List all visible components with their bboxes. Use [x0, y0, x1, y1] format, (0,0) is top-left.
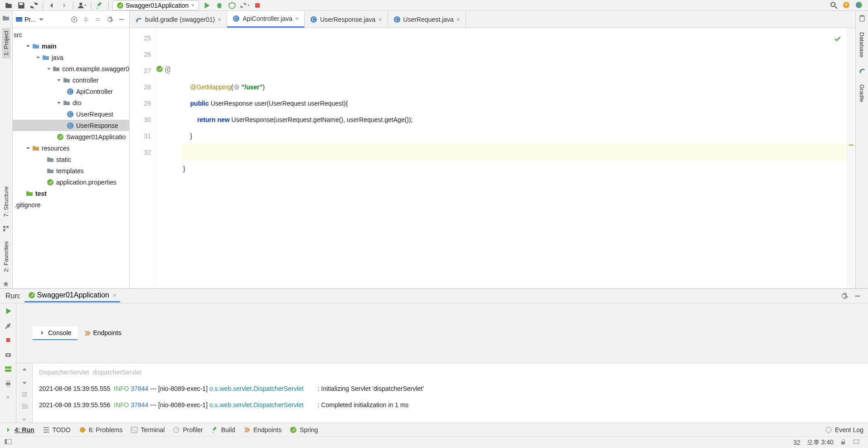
- tree-userresponse[interactable]: CUserResponse: [13, 120, 129, 131]
- build-icon[interactable]: [95, 0, 105, 10]
- more-console-icon[interactable]: »: [23, 415, 26, 423]
- editor-error-strip[interactable]: [847, 28, 855, 288]
- event-log-button[interactable]: Event Log: [825, 426, 863, 433]
- favorites-tool-tab[interactable]: 2: Favorites: [2, 239, 10, 275]
- structure-tool-icon: [2, 225, 10, 233]
- close-icon[interactable]: ×: [456, 16, 460, 23]
- panel-gear-icon[interactable]: [105, 15, 115, 24]
- camera-icon[interactable]: [3, 350, 13, 360]
- save-icon[interactable]: [16, 0, 26, 10]
- build-tab-button[interactable]: Build: [211, 426, 235, 433]
- run-config-tab[interactable]: Swagger01Application ×: [24, 289, 120, 302]
- scroll-end-icon[interactable]: [19, 403, 29, 411]
- lock-icon[interactable]: [840, 438, 846, 446]
- structure-tool-tab[interactable]: 7: Structure: [2, 184, 10, 219]
- tree-gitignore[interactable]: .gitignore: [13, 199, 129, 210]
- stop-icon[interactable]: [252, 0, 262, 10]
- tree-main[interactable]: main: [13, 40, 129, 52]
- scroll-up-icon[interactable]: [19, 366, 29, 374]
- soft-wrap-icon[interactable]: [19, 391, 29, 399]
- svg-text:C: C: [68, 123, 72, 128]
- tree-java[interactable]: java: [13, 52, 129, 63]
- tab-apicontroller[interactable]: CApiController.java×: [227, 11, 305, 28]
- rerun-icon[interactable]: [3, 306, 13, 316]
- panel-hide-icon[interactable]: [116, 15, 126, 24]
- ide-icon[interactable]: [854, 0, 864, 10]
- tool-windows-icon[interactable]: [5, 438, 12, 447]
- tree-static[interactable]: static: [13, 154, 129, 165]
- tree-controller[interactable]: controller: [13, 74, 129, 86]
- run-icon[interactable]: [202, 0, 212, 10]
- updates-icon[interactable]: [842, 0, 852, 10]
- problems-tab-button[interactable]: 6: Problems: [79, 426, 123, 433]
- database-tool-tab[interactable]: Database: [858, 29, 866, 60]
- coverage-icon[interactable]: [227, 0, 237, 10]
- todo-tab-button[interactable]: TODO: [43, 426, 71, 433]
- back-icon[interactable]: [47, 0, 57, 10]
- tree-test[interactable]: test: [13, 188, 129, 199]
- collapse-all-icon[interactable]: [93, 15, 103, 24]
- bottom-tool-bar: 4: Run TODO 6: Problems Terminal Profile…: [0, 423, 868, 436]
- tree-swaggerapp[interactable]: Swagger01Applicatio: [13, 131, 129, 142]
- endpoints-tab-button[interactable]: Endpoints: [243, 426, 281, 433]
- console-tab[interactable]: Console: [33, 326, 78, 340]
- project-tool-icon[interactable]: [2, 15, 10, 23]
- tree-package[interactable]: com.example.swagger0: [13, 63, 129, 74]
- editor-area: build.gradle (swagger01)× CApiController…: [130, 11, 855, 288]
- database-tool-icon[interactable]: [858, 15, 866, 23]
- gradle-tool-tab[interactable]: Gradle: [858, 82, 866, 105]
- wrench-icon[interactable]: [3, 321, 13, 331]
- memory-icon[interactable]: [853, 438, 860, 447]
- select-opened-icon[interactable]: [69, 15, 79, 24]
- sync-icon[interactable]: [29, 0, 39, 10]
- scroll-down-icon[interactable]: [19, 378, 29, 386]
- project-view-selector[interactable]: Pr...: [15, 16, 45, 23]
- layout-icon[interactable]: [3, 364, 13, 374]
- close-icon[interactable]: ×: [378, 16, 382, 23]
- open-icon[interactable]: [4, 0, 14, 10]
- project-tree[interactable]: src main java com.example.swagger0 contr…: [13, 28, 129, 288]
- spring-gutter-icon[interactable]: [156, 65, 163, 73]
- tree-src[interactable]: src: [13, 29, 129, 40]
- run-gear-icon[interactable]: [839, 291, 849, 301]
- expand-all-icon[interactable]: [81, 15, 91, 24]
- tab-userrequest[interactable]: CUserRequest.java×: [388, 11, 466, 28]
- gradle-tool-icon[interactable]: [858, 67, 866, 75]
- tab-build-gradle[interactable]: build.gradle (swagger01)×: [130, 11, 227, 28]
- tree-apicontroller[interactable]: CApiController: [13, 86, 129, 97]
- endpoints-tab[interactable]: Endpoints: [78, 326, 127, 340]
- more-icon[interactable]: »: [6, 393, 10, 400]
- user-icon[interactable]: [77, 0, 87, 10]
- forward-icon[interactable]: [59, 0, 69, 10]
- run-tab-button[interactable]: 4: Run: [5, 426, 34, 433]
- spring-tab-button[interactable]: Spring: [290, 426, 318, 433]
- search-everywhere-icon[interactable]: [829, 0, 839, 10]
- print-icon[interactable]: [3, 379, 13, 389]
- close-icon[interactable]: ×: [218, 16, 221, 23]
- project-tool-tab[interactable]: 1: Project: [2, 28, 10, 58]
- debug-icon[interactable]: [214, 0, 224, 10]
- close-icon[interactable]: ×: [295, 15, 299, 22]
- stop-run-icon[interactable]: [3, 335, 13, 345]
- profile-icon[interactable]: [240, 0, 250, 10]
- tree-templates[interactable]: templates: [13, 165, 129, 176]
- run-config-label: Swagger01Application: [126, 2, 189, 9]
- profiler-tab-button[interactable]: Profiler: [173, 426, 203, 433]
- svg-rect-19: [16, 17, 22, 19]
- run-config-selector[interactable]: Swagger01Application: [112, 0, 199, 10]
- tab-userresponse[interactable]: CUserResponse.java×: [305, 11, 388, 28]
- tree-userrequest[interactable]: CUserRequest: [13, 108, 129, 120]
- inspection-ok-icon[interactable]: [834, 32, 842, 48]
- column-indicator[interactable]: 32: [793, 439, 800, 446]
- svg-text:C: C: [234, 16, 238, 21]
- tree-resources[interactable]: resources: [13, 142, 129, 154]
- editor-body[interactable]: 25 26 27 28 29 30 31 32 @ @GetMapping("/…: [130, 28, 855, 288]
- code-editor[interactable]: @GetMapping("/user") public UserResponse…: [181, 28, 847, 288]
- console-output[interactable]: DispatcherServlet dispatcherServlet2021-…: [33, 363, 868, 423]
- url-nav-icon[interactable]: [233, 84, 242, 90]
- tree-dto[interactable]: dto: [13, 97, 129, 108]
- tree-appprops[interactable]: application.properties: [13, 176, 129, 188]
- close-icon[interactable]: ×: [113, 292, 116, 299]
- terminal-tab-button[interactable]: Terminal: [131, 426, 165, 433]
- run-hide-icon[interactable]: [853, 291, 863, 301]
